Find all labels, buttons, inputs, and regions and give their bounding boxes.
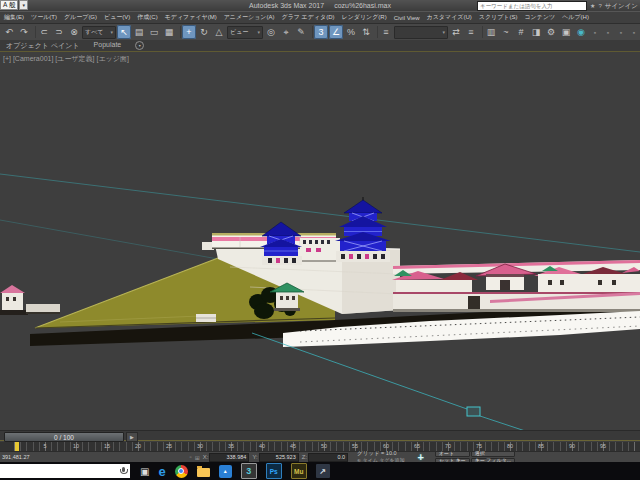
curve-editor-icon[interactable]: ~ — [499, 25, 513, 39]
menu-item[interactable]: スクリプト(S) — [479, 13, 518, 22]
mirror-icon[interactable]: ⇄ — [449, 25, 463, 39]
select-and-rotate-icon[interactable]: ↻ — [197, 25, 211, 39]
rectangular-selection-region-icon[interactable]: ▭ — [147, 25, 161, 39]
menu-item[interactable]: コンテンツ — [524, 13, 555, 22]
spinner-snap-icon[interactable]: ⇅ — [359, 25, 373, 39]
ime-toolbar[interactable]: A 般 ▾ — [0, 0, 28, 10]
select-and-link-icon[interactable]: ⊂ — [37, 25, 51, 39]
help-icon[interactable]: ? — [598, 3, 601, 9]
select-and-manipulate-icon[interactable]: ⌖ — [279, 25, 293, 39]
pan-view-icon[interactable]: + — [418, 452, 424, 463]
share-app-icon[interactable]: ↗ — [316, 464, 330, 478]
z-value-field[interactable]: 0.0 — [308, 453, 348, 462]
toolbar-separator — [374, 26, 378, 38]
ime-mode-box[interactable]: A 般 — [0, 0, 18, 10]
toolbar-extra-icon[interactable]: ▪ — [615, 25, 627, 39]
undo-icon[interactable]: ↶ — [2, 25, 16, 39]
viewport-label[interactable]: [+] [Camera001] [ユーザ定義] [エッジ面] — [3, 54, 129, 64]
menu-item[interactable]: アニメーション(A) — [224, 13, 275, 22]
rendered-frame-window-icon[interactable]: ▣ — [559, 25, 573, 39]
select-object-icon[interactable]: ↖ — [117, 25, 131, 39]
title-bar: A 般 ▾ Autodesk 3ds Max 2017 cozu%26hasi.… — [0, 0, 640, 11]
redo-icon[interactable]: ↷ — [17, 25, 31, 39]
ribbon-tab[interactable]: Populate — [94, 41, 122, 51]
auto-key-button[interactable]: オート — [435, 451, 470, 457]
menu-item[interactable]: グラフ エディタ(D) — [282, 13, 335, 22]
ribbon-options-icon[interactable]: ▾ — [135, 41, 144, 50]
menu-item[interactable]: ビュー(V) — [104, 13, 130, 22]
percent-snap-icon[interactable]: % — [344, 25, 358, 39]
menu-item[interactable]: グループ(G) — [64, 13, 97, 22]
viewport-camera001[interactable]: [+] [Camera001] [ユーザ定義] [エッジ面] — [0, 52, 640, 430]
file-explorer-icon[interactable] — [197, 468, 210, 477]
photos-app-icon[interactable]: ▲ — [219, 465, 232, 478]
selection-filter-dropdown[interactable]: すべて▾ — [82, 26, 116, 39]
z-label: Z: — [302, 454, 307, 460]
toolbar-separator — [32, 26, 36, 38]
selected-dropdown[interactable]: 選択 — [471, 451, 515, 457]
y-label: Y: — [252, 454, 257, 460]
frame-tick-label: 40 — [259, 443, 265, 449]
schematic-view-icon[interactable]: # — [514, 25, 528, 39]
menu-item[interactable]: レンダリング(R) — [341, 13, 386, 22]
selection-lock-icon[interactable]: ▫ — [190, 454, 192, 460]
menu-item[interactable]: カスタマイズ(U) — [427, 13, 472, 22]
menu-item[interactable]: Civil View — [394, 15, 420, 21]
selection-cube — [467, 407, 480, 416]
menu-item[interactable]: 作成(C) — [137, 13, 157, 22]
taskbar-search-box[interactable] — [0, 464, 130, 478]
use-pivot-point-icon[interactable]: ◎ — [264, 25, 278, 39]
status-value: 391,481.27 — [2, 454, 30, 460]
microphone-icon[interactable] — [122, 467, 125, 472]
edit-named-selection-sets-icon[interactable]: ≡ — [379, 25, 393, 39]
3ds-max-taskbar-icon[interactable]: 3 — [241, 463, 257, 479]
time-slider[interactable]: 0 / 100 ▶ — [0, 430, 640, 441]
edge-browser-icon[interactable]: e — [158, 464, 165, 479]
material-editor-icon[interactable]: ◨ — [529, 25, 543, 39]
next-frame-button[interactable]: ▶ — [126, 432, 138, 442]
render-setup-icon[interactable]: ⚙ — [544, 25, 558, 39]
align-icon[interactable]: ≡ — [464, 25, 478, 39]
toolbar-extra-icon[interactable]: ▪ — [628, 25, 640, 39]
render-production-icon[interactable]: ◉ — [574, 25, 588, 39]
unlink-selection-icon[interactable]: ⊃ — [52, 25, 66, 39]
menu-item[interactable]: モディファイヤ(M) — [165, 13, 217, 22]
menu-item[interactable]: 編集(E) — [4, 13, 24, 22]
transform-typein-icon[interactable]: ⊞ — [195, 454, 200, 461]
select-by-name-icon[interactable]: ▤ — [132, 25, 146, 39]
toolbar-extra-icon[interactable]: ▪ — [589, 25, 601, 39]
snap-toggle-icon[interactable]: 3 — [314, 25, 328, 39]
menu-item[interactable]: ヘルプ(H) — [562, 13, 589, 22]
x-value-field[interactable]: 338.984 — [209, 453, 249, 462]
ime-options-button[interactable]: ▾ — [19, 0, 28, 10]
battlement-wall — [300, 238, 340, 262]
named-selection-sets-dropdown[interactable]: ▾ — [394, 26, 448, 39]
taskbar-icons: ▣e▲3PsMu↗ — [140, 463, 330, 479]
select-and-move-icon[interactable]: + — [182, 25, 196, 39]
frame-tick-label: 95 — [600, 443, 606, 449]
keyboard-shortcut-override-icon[interactable]: ✎ — [294, 25, 308, 39]
window-crossing-icon[interactable]: ▦ — [162, 25, 176, 39]
status-bar: 391,481.27 ▫ ⊞ X: 338.984 Y: 525.923 Z: … — [0, 451, 640, 462]
bind-to-space-warp-icon[interactable]: ⊗ — [67, 25, 81, 39]
favorites-star-icon[interactable]: ★ — [590, 3, 595, 9]
current-frame-marker[interactable] — [15, 442, 19, 451]
frame-tick-label: 70 — [445, 443, 451, 449]
wall-block — [196, 314, 216, 322]
ribbon-tab[interactable]: オブジェクト ペイント — [6, 41, 80, 51]
time-slider-handle[interactable]: 0 / 100 — [4, 432, 124, 442]
infocenter-search-input[interactable] — [477, 1, 587, 11]
muse-icon[interactable]: Mu — [291, 463, 307, 479]
menu-item[interactable]: ツール(T) — [31, 13, 57, 22]
select-and-scale-icon[interactable]: △ — [212, 25, 226, 39]
layer-manager-icon[interactable]: ▥ — [484, 25, 498, 39]
angle-snap-icon[interactable]: ∠ — [329, 25, 343, 39]
toolbar-extra-icon[interactable]: ▪ — [602, 25, 614, 39]
frame-tick-label: 25 — [166, 443, 172, 449]
sign-in-button[interactable]: サインイン — [605, 2, 638, 11]
y-value-field[interactable]: 525.923 — [259, 453, 299, 462]
task-view-icon[interactable]: ▣ — [140, 466, 149, 477]
photoshop-icon[interactable]: Ps — [266, 463, 282, 479]
reference-coordinate-dropdown[interactable]: ビュー▾ — [227, 26, 263, 39]
chrome-browser-icon[interactable] — [175, 465, 188, 478]
